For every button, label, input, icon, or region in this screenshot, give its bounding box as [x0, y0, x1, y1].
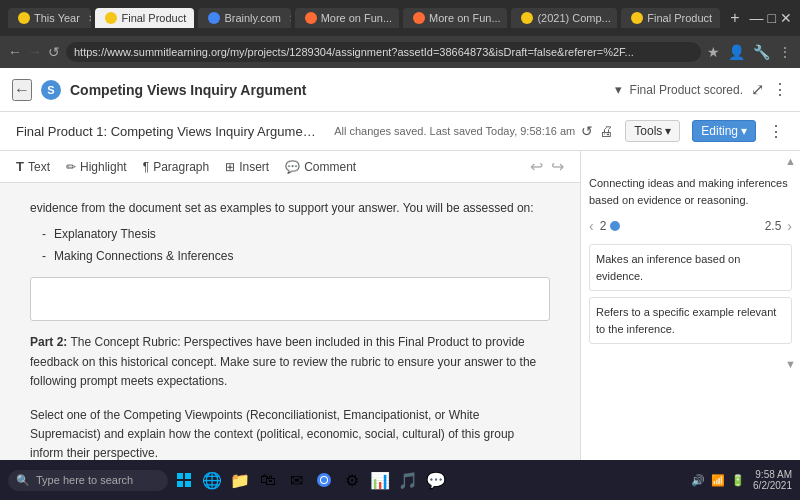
new-tab-button[interactable]: + — [724, 9, 745, 27]
tab-icon-more-fun2 — [413, 12, 425, 24]
taskbar-icon-chrome[interactable] — [312, 468, 336, 492]
rubric-scroll-down-indicator[interactable]: ▼ — [581, 358, 800, 374]
document-header: Final Product 1: Competing Views Inquiry… — [0, 112, 800, 151]
refresh-button[interactable]: ↺ — [581, 123, 593, 139]
taskbar-right: 🔊 📶 🔋 9:58 AM 6/2/2021 — [691, 469, 792, 491]
doc-content: evidence from the document set as exampl… — [0, 183, 580, 495]
highlight-icon: ✏ — [66, 160, 76, 174]
tab-final-product[interactable]: Final Product ✕ — [95, 8, 194, 28]
tray-icon-2[interactable]: 📶 — [711, 474, 725, 487]
rubric-criteria-text-1: Makes an inference based on evidence. — [596, 251, 785, 284]
rubric-score-value: 2.5 — [765, 219, 782, 233]
extension-icon[interactable]: 🔧 — [753, 44, 770, 60]
search-icon: 🔍 — [16, 474, 30, 487]
tab-label-this-year: This Year — [34, 12, 80, 24]
taskbar-icon-settings[interactable]: ⚙ — [340, 468, 364, 492]
undo-redo: ↩ ↪ — [530, 157, 564, 176]
taskbar-icon-app3[interactable]: 💬 — [424, 468, 448, 492]
tools-dropdown-icon: ▾ — [665, 124, 671, 138]
text-icon: T — [16, 159, 24, 174]
back-button[interactable]: ← — [12, 79, 32, 101]
rubric-criteria-text-2: Refers to a specific example relevant to… — [596, 304, 785, 337]
tray-icon-1[interactable]: 🔊 — [691, 474, 705, 487]
tab-2021-comp[interactable]: (2021) Comp... ✕ — [511, 8, 617, 28]
taskbar-icon-mail[interactable]: ✉ — [284, 468, 308, 492]
comment-tool[interactable]: 💬 Comment — [285, 160, 356, 174]
taskbar-clock[interactable]: 9:58 AM 6/2/2021 — [753, 469, 792, 491]
minimize-button[interactable]: — — [750, 10, 764, 26]
editing-button[interactable]: Editing ▾ — [692, 120, 756, 142]
rubric-scroll-indicator[interactable]: ▲ — [581, 151, 800, 167]
rubric-num-text: 2 — [600, 219, 607, 233]
more-options-button[interactable]: ⋮ — [772, 80, 788, 99]
taskbar-icon-folder[interactable]: 📁 — [228, 468, 252, 492]
user-icon[interactable]: 👤 — [728, 44, 745, 60]
tab-more-fun1[interactable]: More on Fun... ✕ — [295, 8, 399, 28]
tab-final-product2[interactable]: Final Product ✕ — [621, 8, 720, 28]
tab-icon-final-product2 — [631, 12, 643, 24]
editing-dropdown-icon: ▾ — [741, 124, 747, 138]
tab-label-2021-comp: (2021) Comp... — [537, 12, 610, 24]
taskbar-icon-app2[interactable]: 🎵 — [396, 468, 420, 492]
highlight-label: Highlight — [80, 160, 127, 174]
kebab-menu-button[interactable]: ⋮ — [768, 122, 784, 141]
tab-label-final-product2: Final Product — [647, 12, 712, 24]
taskbar-icon-app1[interactable]: 📊 — [368, 468, 392, 492]
tab-icon-more-fun1 — [305, 12, 317, 24]
highlight-tool[interactable]: ✏ Highlight — [66, 160, 127, 174]
taskbar-search-bar[interactable]: 🔍 Type here to search — [8, 470, 168, 491]
taskbar-icon-store[interactable]: 🛍 — [256, 468, 280, 492]
back-nav-button[interactable]: ← — [8, 44, 22, 60]
redo-button[interactable]: ↪ — [551, 157, 564, 176]
dropdown-icon[interactable]: ▾ — [615, 82, 622, 97]
tab-close-this-year[interactable]: ✕ — [88, 13, 92, 24]
rubric-score-row: ‹ 2 2.5 › — [589, 218, 792, 234]
tab-icon-brainly — [208, 12, 220, 24]
text-box-1[interactable] — [30, 277, 550, 321]
taskbar-time-text: 9:58 AM — [755, 469, 792, 480]
search-placeholder-text: Type here to search — [36, 474, 133, 486]
export-button[interactable]: ⤢ — [751, 80, 764, 99]
tools-label: Tools — [634, 124, 662, 138]
bullet-connections: Making Connections & Inferences — [54, 246, 550, 268]
paragraph-tool[interactable]: ¶ Paragraph — [143, 160, 210, 174]
rubric-criteria-1: Makes an inference based on evidence. — [589, 244, 792, 291]
comment-label: Comment — [304, 160, 356, 174]
browser-toolbar-icons: ★ 👤 🔧 ⋮ — [707, 44, 792, 60]
svg-rect-5 — [185, 481, 191, 487]
url-input[interactable] — [66, 42, 701, 62]
forward-nav-button[interactable]: → — [28, 44, 42, 60]
bookmark-icon[interactable]: ★ — [707, 44, 720, 60]
tray-icon-3[interactable]: 🔋 — [731, 474, 745, 487]
refresh-nav-button[interactable]: ↺ — [48, 44, 60, 60]
part2-section: Part 2: The Concept Rubric: Perspectives… — [30, 333, 550, 463]
print-button[interactable]: 🖨 — [599, 123, 613, 139]
text-tool[interactable]: T Text — [16, 159, 50, 174]
bullet-explanatory-text: Explanatory Thesis — [54, 227, 156, 241]
insert-icon: ⊞ — [225, 160, 235, 174]
tab-brainly[interactable]: Brainly.com ✕ — [198, 8, 290, 28]
tab-label-final-product: Final Product — [121, 12, 186, 24]
taskbar-icon-edge[interactable]: 🌐 — [200, 468, 224, 492]
rubric-prev-button[interactable]: ‹ — [589, 218, 594, 234]
address-bar: ← → ↺ ★ 👤 🔧 ⋮ — [0, 36, 800, 68]
taskbar-icon-windows[interactable] — [172, 468, 196, 492]
tab-more-fun2[interactable]: More on Fun... ✕ — [403, 8, 507, 28]
settings-icon[interactable]: ⋮ — [778, 44, 792, 60]
tab-close-brainly[interactable]: ✕ — [289, 13, 291, 24]
tab-this-year[interactable]: This Year ✕ — [8, 8, 91, 28]
close-button[interactable]: ✕ — [780, 10, 792, 26]
tab-icon-2021-comp — [521, 12, 533, 24]
scored-label: Final Product scored. — [630, 83, 743, 97]
undo-button[interactable]: ↩ — [530, 157, 543, 176]
document-area: T Text ✏ Highlight ¶ Paragraph ⊞ Insert … — [0, 151, 580, 495]
insert-tool[interactable]: ⊞ Insert — [225, 160, 269, 174]
bullet-explanatory: Explanatory Thesis — [54, 224, 550, 246]
tools-button[interactable]: Tools ▾ — [625, 120, 680, 142]
maximize-button[interactable]: □ — [768, 10, 776, 26]
system-tray: 🔊 📶 🔋 — [691, 474, 745, 487]
rubric-next-button[interactable]: › — [787, 218, 792, 234]
taskbar-date-text: 6/2/2021 — [753, 480, 792, 491]
save-status-text: All changes saved. Last saved Today, 9:5… — [334, 125, 575, 137]
svg-rect-2 — [177, 473, 183, 479]
